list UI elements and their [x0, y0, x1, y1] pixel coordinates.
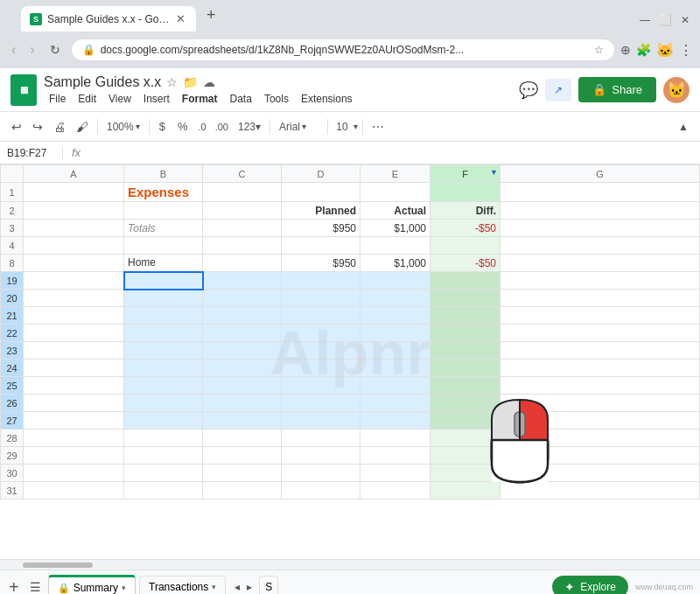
cell-f21[interactable]	[430, 307, 500, 325]
cell-d31[interactable]	[282, 482, 360, 500]
menu-extensions[interactable]: Extensions	[296, 92, 358, 106]
cell-e19[interactable]	[360, 272, 430, 290]
menu-icon[interactable]: ⋮	[679, 42, 693, 59]
cell-g1[interactable]	[500, 183, 700, 202]
cell-a21[interactable]	[24, 307, 124, 325]
sheet-list-button[interactable]: ☰	[26, 578, 45, 595]
add-sheet-button[interactable]: +	[4, 577, 24, 595]
cell-c20[interactable]	[203, 290, 282, 307]
cell-b1[interactable]: Expenses	[124, 183, 203, 202]
cell-d25[interactable]	[282, 377, 360, 395]
cell-a24[interactable]	[24, 360, 124, 377]
window-restore-icon[interactable]: ⬜	[659, 14, 672, 26]
row-header-25[interactable]: 25	[1, 377, 24, 395]
row-header-28[interactable]: 28	[1, 430, 24, 447]
row-header-4[interactable]: 4	[1, 237, 24, 255]
cell-e23[interactable]	[360, 342, 430, 360]
redo-button[interactable]: ↪	[28, 117, 47, 136]
cell-e2[interactable]: Actual	[360, 202, 430, 220]
cell-e24[interactable]	[360, 360, 430, 377]
cell-b3[interactable]: Totals	[124, 220, 203, 237]
avatar[interactable]: 🐱	[663, 77, 690, 103]
cell-c26[interactable]	[203, 395, 282, 412]
cell-d1[interactable]	[282, 183, 360, 202]
cell-c31[interactable]	[203, 482, 282, 500]
cell-c27[interactable]	[203, 412, 282, 430]
cell-a26[interactable]	[24, 395, 124, 412]
share-button[interactable]: 🔒 Share	[578, 77, 656, 102]
cell-c25[interactable]	[203, 377, 282, 395]
col-header-e[interactable]: E	[360, 165, 430, 183]
print-button[interactable]: 🖨	[49, 117, 70, 136]
col-header-b[interactable]: B	[124, 165, 203, 183]
cell-e21[interactable]	[360, 307, 430, 325]
cell-a20[interactable]	[24, 290, 124, 307]
row-header-31[interactable]: 31	[1, 482, 24, 500]
browser-tab[interactable]: S Sample Guides x.x - Google She... ✕	[21, 6, 196, 31]
row-header-27[interactable]: 27	[1, 412, 24, 430]
paint-format-button[interactable]: 🖌	[72, 117, 93, 136]
formula-input[interactable]	[89, 147, 693, 159]
row-header-20[interactable]: 20	[1, 290, 24, 307]
cell-g4[interactable]	[500, 237, 700, 255]
cell-b21[interactable]	[124, 307, 203, 325]
cell-f2[interactable]: Diff.	[430, 202, 500, 220]
cell-g19[interactable]	[500, 272, 700, 290]
row-header-23[interactable]: 23	[1, 342, 24, 360]
cell-c8[interactable]	[203, 255, 282, 272]
cell-c30[interactable]	[203, 465, 282, 482]
horizontal-scrollbar[interactable]	[0, 559, 700, 570]
cell-e8[interactable]: $1,000	[360, 255, 430, 272]
cell-a27[interactable]	[24, 412, 124, 430]
cell-d4[interactable]	[282, 237, 360, 255]
cell-f20[interactable]	[430, 290, 500, 307]
row-header-3[interactable]: 3	[1, 220, 24, 237]
cell-d24[interactable]	[282, 360, 360, 377]
cell-d21[interactable]	[282, 307, 360, 325]
cell-c21[interactable]	[203, 307, 282, 325]
profile-icon[interactable]: 🐱	[656, 42, 674, 59]
cell-g23[interactable]	[500, 342, 700, 360]
menu-format[interactable]: Format	[177, 92, 223, 106]
cell-c1[interactable]	[203, 183, 282, 202]
window-minimize-icon[interactable]: —	[640, 14, 650, 26]
currency-button[interactable]: $	[154, 117, 171, 136]
cell-a30[interactable]	[24, 465, 124, 482]
menu-file[interactable]: File	[44, 92, 71, 106]
cell-f23[interactable]	[430, 342, 500, 360]
cell-f3[interactable]: -$50	[430, 220, 500, 237]
cell-g24[interactable]	[500, 360, 700, 377]
doc-title[interactable]: Sample Guides x.x	[44, 74, 161, 90]
cell-c3[interactable]	[203, 220, 282, 237]
cell-b22[interactable]	[124, 325, 203, 342]
forward-button[interactable]: ›	[25, 39, 38, 60]
menu-edit[interactable]: Edit	[73, 92, 102, 106]
cell-b27[interactable]	[124, 412, 203, 430]
cell-g3[interactable]	[500, 220, 700, 237]
cell-b29[interactable]	[124, 447, 203, 465]
cell-f1[interactable]	[430, 183, 500, 202]
cell-a23[interactable]	[24, 342, 124, 360]
cloud-icon[interactable]: ☁	[203, 75, 215, 89]
cell-b31[interactable]	[124, 482, 203, 500]
row-header-19[interactable]: 19	[1, 272, 24, 290]
cell-f19[interactable]	[430, 272, 500, 290]
cell-a31[interactable]	[24, 482, 124, 500]
font-select[interactable]: Arial▾	[275, 118, 323, 136]
cell-e30[interactable]	[360, 465, 430, 482]
cell-b8[interactable]: Home	[124, 255, 203, 272]
cell-c29[interactable]	[203, 447, 282, 465]
cell-f8[interactable]: -$50	[430, 255, 500, 272]
cell-a4[interactable]	[24, 237, 124, 255]
cell-f4[interactable]	[430, 237, 500, 255]
cell-reference[interactable]: B19:F27	[7, 147, 63, 159]
cell-g31[interactable]	[500, 482, 700, 500]
cell-a19[interactable]	[24, 272, 124, 290]
sheet-tab-summary[interactable]: 🔒 Summary ▾	[48, 575, 136, 594]
cell-g28[interactable]	[500, 430, 700, 447]
star-icon[interactable]: ☆	[166, 75, 178, 89]
decimal2-button[interactable]: .00	[212, 119, 232, 135]
cell-g20[interactable]	[500, 290, 700, 307]
cell-d28[interactable]	[282, 430, 360, 447]
filter-icon[interactable]: ▼	[490, 168, 498, 177]
